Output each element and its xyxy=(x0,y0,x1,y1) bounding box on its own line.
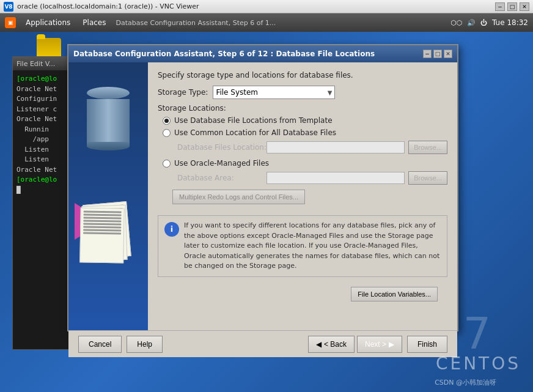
vnc-title: oracle (localhost.localdomain:1 (oracle)… xyxy=(17,2,495,10)
desktop: File Edit V... [oracle@lo Oracle Net Con… xyxy=(0,32,533,392)
storage-locations-label: Storage Locations: xyxy=(158,104,447,113)
info-icon: i xyxy=(164,222,179,237)
dialog-minimize-btn[interactable]: − xyxy=(423,50,432,58)
taskbar-places[interactable]: Places xyxy=(80,17,108,28)
dialog-illustration xyxy=(68,62,148,330)
vnc-titlebar: V8 oracle (localhost.localdomain:1 (orac… xyxy=(0,0,533,13)
next-button[interactable]: Next > ▶ xyxy=(357,336,402,353)
next-arrow-icon: ▶ xyxy=(389,340,394,349)
multiplex-btn-container: Multiplex Redo Logs and Control Files... xyxy=(158,190,447,209)
radio-label-3: Use Oracle-Managed Files xyxy=(174,159,269,168)
db-files-location-row: Database Files Location: Browse... xyxy=(177,141,447,154)
storage-type-value: File System xyxy=(216,88,258,97)
next-label: Next > xyxy=(365,340,386,349)
storage-type-label: Storage Type: xyxy=(158,88,208,97)
footer-right: File Location Variables... xyxy=(158,283,447,304)
taskbar-right: ⬡⬡ 🔊 ⏻ Tue 18:32 xyxy=(450,18,528,27)
dialog-close-btn[interactable]: ✕ xyxy=(444,50,452,58)
select-dropdown-icon: ▼ xyxy=(328,89,333,96)
db-area-label: Database Area: xyxy=(177,174,263,182)
taskbar-time: Tue 18:32 xyxy=(492,18,528,27)
dialog-window: Database Configuration Assistant, Step 6… xyxy=(67,44,458,331)
back-arrow-icon: ◀ xyxy=(316,340,322,349)
info-text: If you want to specify different locatio… xyxy=(184,221,441,272)
centos-logo: 7 CENTOS xyxy=(436,314,521,374)
db-files-location-input[interactable] xyxy=(266,141,405,153)
vnc-close-btn[interactable]: ✕ xyxy=(520,2,529,11)
volume-icon: 🔊 xyxy=(467,19,476,27)
taskbar: ▣ Applications Places Database Configura… xyxy=(0,13,533,32)
help-button[interactable]: Help xyxy=(127,336,163,353)
desktop-folder[interactable] xyxy=(37,38,61,59)
radio-row-3[interactable]: Use Oracle-Managed Files xyxy=(163,159,447,168)
multiplex-btn[interactable]: Multiplex Redo Logs and Control Files... xyxy=(172,190,305,204)
centos-number: 7 xyxy=(436,314,521,353)
radio-label-2: Use Common Location for All Database Fil… xyxy=(174,128,336,137)
dialog-maximize-btn[interactable]: □ xyxy=(433,50,442,58)
db-area-input[interactable] xyxy=(266,172,405,184)
vnc-window-controls[interactable]: − □ ✕ xyxy=(495,2,529,11)
taskbar-applications[interactable]: Applications xyxy=(23,17,73,28)
dialog-body: Specify storage type and locations for d… xyxy=(68,62,457,330)
db-area-browse-btn[interactable]: Browse... xyxy=(408,171,447,185)
nav-buttons: ◀ < Back Next > ▶ xyxy=(308,336,402,353)
radio-group: Use Database File Locations from Templat… xyxy=(163,116,447,185)
paper-3 xyxy=(79,207,125,263)
cancel-button[interactable]: Cancel xyxy=(78,336,122,353)
db-cylinder-art xyxy=(87,87,130,142)
info-box: i If you want to specify different locat… xyxy=(158,215,447,277)
paper-stack-art xyxy=(78,203,130,276)
radio-row-1[interactable]: Use Database File Locations from Templat… xyxy=(163,116,447,125)
file-location-variables-btn[interactable]: File Location Variables... xyxy=(351,287,438,301)
watermark: CSDN @小韩加油呀 xyxy=(435,378,496,387)
folder-icon xyxy=(37,38,61,59)
back-button[interactable]: ◀ < Back xyxy=(308,336,355,353)
taskbar-window-title[interactable]: Database Configuration Assistant, Step 6… xyxy=(116,19,443,27)
db-art xyxy=(75,75,142,289)
dialog-title: Database Configuration Assistant, Step 6… xyxy=(73,50,423,58)
radio-input-2[interactable] xyxy=(163,129,171,137)
radio-row-2[interactable]: Use Common Location for All Database Fil… xyxy=(163,128,447,137)
cylinder-body xyxy=(87,99,130,142)
dialog-form: Specify storage type and locations for d… xyxy=(148,62,457,330)
form-description: Specify storage type and locations for d… xyxy=(158,71,447,80)
power-icon: ⏻ xyxy=(480,19,487,27)
cylinder-top xyxy=(87,87,130,99)
storage-type-select[interactable]: File System ▼ xyxy=(213,86,335,99)
radio-input-3[interactable] xyxy=(163,160,171,168)
network-icon: ⬡⬡ xyxy=(450,19,462,27)
vnc-minimize-btn[interactable]: − xyxy=(495,2,505,11)
db-area-row: Database Area: Browse... xyxy=(177,171,447,185)
back-label: < Back xyxy=(324,340,347,349)
vnc-logo: V8 xyxy=(4,2,13,12)
db-files-location-label: Database Files Location: xyxy=(177,143,263,152)
storage-type-row: Storage Type: File System ▼ xyxy=(158,86,447,99)
taskbar-app-icon: ▣ xyxy=(5,17,16,28)
radio-label-1: Use Database File Locations from Templat… xyxy=(174,116,333,125)
db-files-browse-btn[interactable]: Browse... xyxy=(408,141,447,154)
cylinder-bottom xyxy=(87,142,130,150)
terminal-title: File Edit V... xyxy=(17,60,55,68)
dialog-controls[interactable]: − □ ✕ xyxy=(423,50,452,58)
radio-input-1[interactable] xyxy=(163,117,171,125)
dialog-titlebar: Database Configuration Assistant, Step 6… xyxy=(68,45,457,62)
vnc-maximize-btn[interactable]: □ xyxy=(507,2,517,11)
dialog-button-bar: Cancel Help ◀ < Back Next > ▶ Finish xyxy=(68,330,457,357)
